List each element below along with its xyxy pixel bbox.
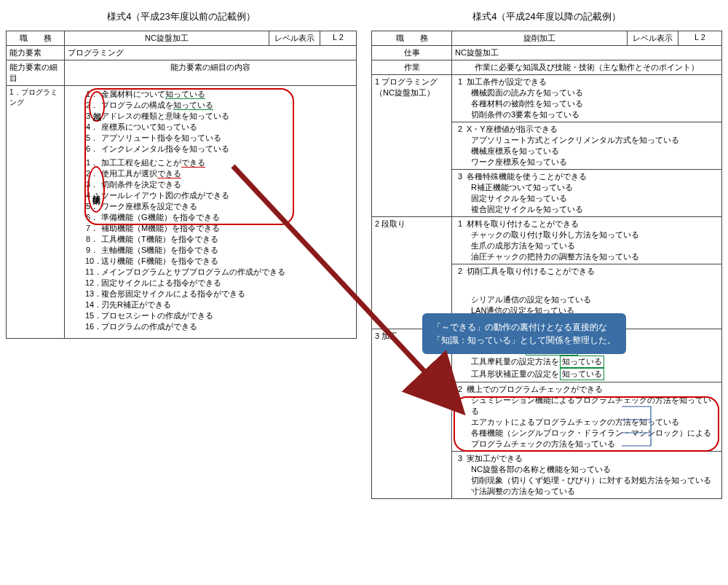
right-sub-item: 油圧チャックの把持力の調整方法を知っている [455, 251, 719, 262]
right-sub-item: 切削条件の3要素を知っている [455, 109, 719, 120]
right-block-cell: 2機上でのプログラムチェックができるシュミレーション機能によるプログラムチェック… [452, 382, 722, 452]
left-row1a: 能力要素 [7, 46, 65, 60]
right-rowBb: 作業に必要な知識及び技能・技術（主な動作とそのポイント） [452, 60, 722, 75]
right-sub-item: アブソリュート方式とインクリメンタル方式を知っている [455, 135, 719, 146]
right-sub-item: 工具形状補正量の設定を知っている [455, 368, 719, 380]
right-sub-item: 固定サイクルを知っている [455, 193, 719, 204]
right-sub-item: シュミレーション機能によるプログラムチェックの方法を知っている [455, 395, 719, 417]
left-skill-item: 3．切削条件を決定できる [85, 179, 353, 190]
right-sub-item: ワーク座標系を知っている [455, 157, 719, 168]
left-title: 様式4（平成23年度以前の記載例） [6, 10, 357, 23]
right-sub-item: LAN通信の設定を知っている [455, 305, 719, 316]
right-sub-item: 工具摩耗量の設定方法を知っている [455, 356, 719, 368]
right-title: 様式4（平成24年度以降の記載例） [371, 10, 722, 23]
left-skill-item: 5．ワーク座標系を設定できる [85, 201, 353, 212]
right-block-cell: 1各種補正機能を設定できるR補正機能ついて知っている工具摩耗量の設定方法を知って… [452, 329, 722, 382]
right-block-cell: 2切削工具を取り付けることができる シリアル通信の設定を知っているLAN通信の設… [452, 264, 722, 329]
left-skill-item: 8．工具機能（T機能）を指令できる [85, 234, 353, 245]
right-sub-item: 寸法調整の方法を知っている [455, 486, 719, 497]
right-sub-item: 各種材料の被削性を知っている [455, 98, 719, 109]
right-block-cell: 2X・Y座標値が指示できるアブソリュート方式とインクリメンタル方式を知っている機… [452, 122, 722, 170]
left-knowledge-item: 1．金属材料について知っている [85, 89, 353, 100]
left-table: 職 務 NC旋盤加工 レベル表示 L 2 能力要素 プログラミング 能力要素の細… [6, 31, 357, 339]
right-block-head: 2切削工具を取り付けることができる [455, 266, 719, 277]
right-h3: レベル表示 [628, 31, 678, 46]
left-skill-item: 12．固定サイクルによる指令ができる [85, 278, 353, 288]
right-block-head: 3実加工ができる [455, 453, 719, 464]
right-block-head: 1加工条件が設定できる [455, 76, 719, 87]
left-skill-item: 13．複合形固定サイクルによる指令ができる [85, 288, 353, 299]
right-block-cell: 3各種特殊機能を使うことができるR補正機能ついて知っている固定サイクルを知ってい… [452, 170, 722, 217]
left-skill-item: 14．刃先R補正ができる [85, 299, 353, 310]
right-sub-item: R補正機能ついて知っている [455, 182, 719, 193]
left-row3a: 1．プログラミング [7, 86, 65, 339]
right-rowBa: 作業 [372, 60, 452, 75]
right-rowAb: NC旋盤加工 [452, 46, 722, 60]
right-sub-item: エアカットによるプログラムチェックの方法を知っている [455, 417, 719, 428]
right-sub-item: 機械図面の読み方を知っている [455, 87, 719, 98]
right-sub-item: チャックの取り付け取り外し方法を知っている [455, 229, 719, 240]
right-sub-item: R補正機能ついて知っている [455, 343, 719, 356]
right-h1: 職 務 [372, 31, 452, 46]
left-skill-item: 2．使用工具が選択できる [85, 168, 353, 179]
left-skill-item: 4．ツールレイアウト図の作成ができる [85, 190, 353, 201]
left-skill-item: 6．準備機能（G機能）を指令できる [85, 212, 353, 223]
right-sub-item [455, 277, 719, 286]
right-sub-item [455, 286, 719, 294]
right-work-cell: 3 加工 [372, 329, 452, 499]
left-skill-item: 7．補助機能（M機能）を指令できる [85, 223, 353, 234]
right-sub-item: シリアル通信の設定を知っている [455, 294, 719, 305]
left-skill-item: 16．プログラムの作成ができる [85, 321, 353, 332]
right-block-head: 1各種補正機能を設定できる [455, 331, 719, 343]
left-panel: 様式4（平成23年度以前の記載例） 職 務 NC旋盤加工 レベル表示 L 2 能… [6, 6, 357, 499]
right-work-cell: 2 段取り [372, 217, 452, 329]
right-block-head: 3各種特殊機能を使うことができる [455, 171, 719, 182]
left-skill-item: 1．加工工程を組むことができる [85, 157, 353, 168]
left-h3: レベル表示 [269, 31, 320, 46]
right-block-cell: 1材料を取り付けることができるチャックの取り付け取り外し方法を知っている生爪の成… [452, 217, 722, 264]
left-h4: L 2 [320, 31, 357, 46]
left-h1: 職 務 [7, 31, 65, 46]
left-skill-item: 15．プロセスシートの作成ができる [85, 310, 353, 321]
right-block-head: 2機上でのプログラムチェックができる [455, 384, 719, 395]
right-block-cell: 3実加工ができるNC旋盤各部の名称と機能を知っている切削現象（切りくず処理・びび… [452, 452, 722, 499]
right-block-head: 1材料を取り付けることができる [455, 219, 719, 229]
right-sub-item: NC旋盤各部の名称と機能を知っている [455, 464, 719, 475]
left-h2: NC旋盤加工 [65, 31, 269, 46]
right-sub-item: DNC運転の設定を知っている [455, 316, 719, 327]
left-row2b: 能力要素の細目の内容 [65, 60, 357, 86]
right-rowAa: 仕事 [372, 46, 452, 60]
left-knowledge-item: 5．アブソリュート指令を知っている [85, 133, 353, 144]
left-row1b: プログラミング [65, 46, 357, 60]
right-sub-item: 生爪の成形方法を知っている [455, 240, 719, 251]
left-skill-item: 9．主軸機能（S機能）を指令できる [85, 245, 353, 256]
right-block-cell: 1加工条件が設定できる機械図面の読み方を知っている各種材料の被削性を知っている切… [452, 75, 722, 122]
right-sub-item: 複合固定サイクルを知っている [455, 204, 719, 215]
left-knowledge-item: 6．インクレメンタル指令を知っている [85, 144, 353, 154]
right-table: 職 務 旋削加工 レベル表示 L 2 仕事 NC旋盤加工 作業 作業に必要な知識… [371, 31, 722, 499]
left-knowledge-item: 3．アドレスの種類と意味を知っている [85, 111, 353, 122]
right-work-cell: 1 プログラミング（NC旋盤加工） [372, 75, 452, 217]
right-h4: L 2 [678, 31, 722, 46]
right-h2: 旋削加工 [452, 31, 628, 46]
left-content-cell: 1．金属材料について知っている2．プログラムの構成を知っている3．アドレスの種類… [65, 86, 357, 339]
left-skill-item: 10．送り機能（F機能）を指令できる [85, 256, 353, 267]
left-row2a: 能力要素の細目 [7, 60, 65, 86]
right-sub-item: 各種機能（シングルブロック・ドライラン・マシンロック）によるプログラムチェックの… [455, 428, 719, 449]
left-knowledge-item: 2．プログラムの構成を知っている [85, 100, 353, 111]
left-knowledge-item: 4．座標系について知っている [85, 122, 353, 133]
left-skill-item: 11．メインプログラムとサブプログラムの作成ができる [85, 267, 353, 278]
right-panel: 様式4（平成24年度以降の記載例） 職 務 旋削加工 レベル表示 L 2 仕事 … [371, 6, 722, 499]
right-block-head: 2X・Y座標値が指示できる [455, 124, 719, 135]
right-sub-item: 機械座標系を知っている [455, 146, 719, 157]
right-sub-item: 切削現象（切りくず処理・びびり）に対する対処方法を知っている [455, 475, 719, 486]
